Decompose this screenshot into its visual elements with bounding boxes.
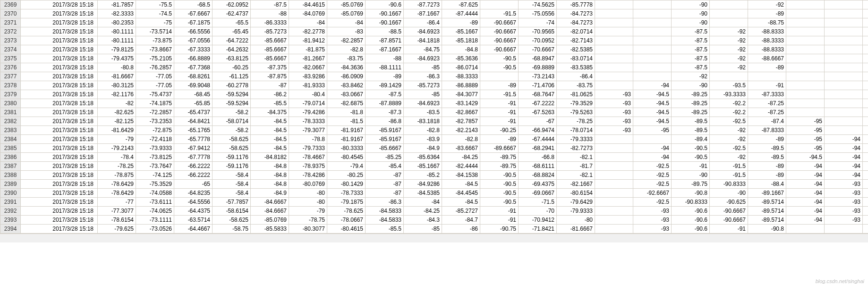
data-cell[interactable]: -85.6667 xyxy=(366,144,404,153)
data-cell[interactable] xyxy=(595,9,633,18)
row-header[interactable]: 2378 xyxy=(0,81,21,90)
data-cell[interactable]: -81.9412 xyxy=(289,36,327,45)
data-cell[interactable]: -85.1818 xyxy=(442,36,480,45)
data-cell[interactable]: -94 xyxy=(825,135,863,144)
data-cell[interactable]: -93 xyxy=(825,180,863,189)
data-cell[interactable] xyxy=(863,0,868,9)
row-header[interactable]: 2370 xyxy=(0,9,21,18)
data-cell[interactable]: -92 xyxy=(710,54,748,63)
data-cell[interactable]: -86.3 xyxy=(366,198,404,207)
data-cell[interactable]: -84.7273 xyxy=(557,9,595,18)
data-cell[interactable] xyxy=(863,9,868,18)
data-cell[interactable]: -82 xyxy=(98,99,136,108)
data-cell[interactable]: -73.875 xyxy=(136,36,174,45)
data-cell[interactable]: -73.5714 xyxy=(136,27,174,36)
data-cell[interactable] xyxy=(863,36,868,45)
data-cell[interactable]: -58.625 xyxy=(213,135,251,144)
data-cell[interactable]: -75.5 xyxy=(136,0,174,9)
data-cell[interactable]: -68.45 xyxy=(174,90,213,99)
data-cell[interactable]: -70.9565 xyxy=(519,27,557,36)
row-header[interactable]: 2384 xyxy=(0,135,21,144)
data-cell[interactable]: -90.75 xyxy=(480,225,519,234)
data-cell[interactable]: -79.4375 xyxy=(98,54,136,63)
data-cell[interactable]: -80 xyxy=(557,216,595,225)
data-cell[interactable]: -83.0714 xyxy=(557,54,595,63)
data-cell[interactable]: -84.5 xyxy=(251,126,289,135)
data-cell[interactable]: -84.9286 xyxy=(404,180,442,189)
data-cell[interactable]: -84.3636 xyxy=(327,63,366,72)
data-cell[interactable]: -92 xyxy=(710,153,748,162)
data-cell[interactable] xyxy=(825,99,863,108)
data-cell[interactable]: -68.8824 xyxy=(519,171,557,180)
data-cell[interactable]: -90.8 xyxy=(672,189,710,198)
data-cell[interactable]: -60.25 xyxy=(213,63,251,72)
data-cell[interactable]: -86.8 xyxy=(366,117,404,126)
data-cell[interactable]: -78.6429 xyxy=(98,180,136,189)
data-cell[interactable]: -82.8 xyxy=(442,135,480,144)
data-cell[interactable]: -83.6667 xyxy=(442,144,480,153)
row-header[interactable]: 2379 xyxy=(0,90,21,99)
data-cell[interactable]: -84.6923 xyxy=(404,99,442,108)
row-header[interactable]: 2371 xyxy=(0,18,21,27)
timestamp-cell[interactable]: 2017/3/28 15:18 xyxy=(21,153,98,162)
data-cell[interactable]: -74.0588 xyxy=(136,189,174,198)
data-cell[interactable]: -78.25 xyxy=(98,162,136,171)
data-cell[interactable]: -90.5 xyxy=(480,180,519,189)
data-cell[interactable]: -89.5714 xyxy=(748,198,786,207)
data-cell[interactable]: -75.0556 xyxy=(519,9,557,18)
timestamp-cell[interactable]: 2017/3/28 15:18 xyxy=(21,189,98,198)
data-cell[interactable]: -87.5 xyxy=(672,63,710,72)
data-cell[interactable]: -94.5 xyxy=(633,117,672,126)
data-cell[interactable]: -65.4737 xyxy=(174,108,213,117)
data-cell[interactable]: -85.5 xyxy=(366,225,404,234)
data-cell[interactable]: -88 xyxy=(251,9,289,18)
data-cell[interactable]: -73.8125 xyxy=(136,153,174,162)
data-cell[interactable]: -87.5 xyxy=(672,45,710,54)
data-cell[interactable]: -90.5 xyxy=(480,171,519,180)
data-cell[interactable]: -80.1429 xyxy=(327,180,366,189)
data-cell[interactable]: -87.5 xyxy=(366,90,404,99)
data-cell[interactable]: -84.75 xyxy=(404,45,442,54)
data-cell[interactable]: -82.8667 xyxy=(442,108,480,117)
data-cell[interactable]: -74.1875 xyxy=(136,99,174,108)
data-cell[interactable]: -78.4286 xyxy=(289,171,327,180)
data-cell[interactable]: -59.5294 xyxy=(213,99,251,108)
data-cell[interactable]: -84.0769 xyxy=(289,9,327,18)
data-cell[interactable]: -68.6111 xyxy=(519,162,557,171)
data-cell[interactable]: -89.5 xyxy=(748,153,786,162)
data-cell[interactable]: -85.6667 xyxy=(251,36,289,45)
data-cell[interactable]: -84.3 xyxy=(404,216,442,225)
data-cell[interactable]: -92 xyxy=(710,135,748,144)
data-cell[interactable]: -91 xyxy=(480,216,519,225)
data-cell[interactable]: -87 xyxy=(251,81,289,90)
data-cell[interactable]: -68.5 xyxy=(174,0,213,9)
data-cell[interactable]: -90.6 xyxy=(366,0,404,9)
data-cell[interactable]: -88.8333 xyxy=(748,27,786,36)
data-cell[interactable] xyxy=(863,45,868,54)
data-cell[interactable]: -89 xyxy=(748,9,786,18)
data-cell[interactable]: -79.1875 xyxy=(327,198,366,207)
data-cell[interactable]: -90.5 xyxy=(480,54,519,63)
data-cell[interactable]: -58.2 xyxy=(213,126,251,135)
data-cell[interactable]: -86.4 xyxy=(557,72,595,81)
data-cell[interactable] xyxy=(825,117,863,126)
data-cell[interactable] xyxy=(786,54,825,63)
data-cell[interactable]: -94 xyxy=(786,207,825,216)
row-header[interactable]: 2377 xyxy=(0,72,21,81)
data-cell[interactable]: -94.5 xyxy=(633,108,672,117)
data-cell[interactable]: -81.5 xyxy=(327,117,366,126)
data-cell[interactable]: -80.25 xyxy=(327,171,366,180)
data-cell[interactable]: -93.3333 xyxy=(710,90,748,99)
data-cell[interactable]: -84.6667 xyxy=(251,207,289,216)
data-cell[interactable]: -82.8 xyxy=(327,45,366,54)
data-cell[interactable]: -65.5 xyxy=(213,18,251,27)
data-cell[interactable]: -86.2 xyxy=(251,90,289,99)
data-cell[interactable]: -67.2222 xyxy=(519,99,557,108)
data-cell[interactable]: -92 xyxy=(710,45,748,54)
data-cell[interactable]: -93 xyxy=(595,126,633,135)
data-cell[interactable]: -78.25 xyxy=(557,117,595,126)
row-header[interactable]: 2389 xyxy=(0,180,21,189)
data-cell[interactable]: -82.7143 xyxy=(557,36,595,45)
data-cell[interactable]: -87.1667 xyxy=(404,9,442,18)
data-cell[interactable]: -73.9333 xyxy=(136,144,174,153)
